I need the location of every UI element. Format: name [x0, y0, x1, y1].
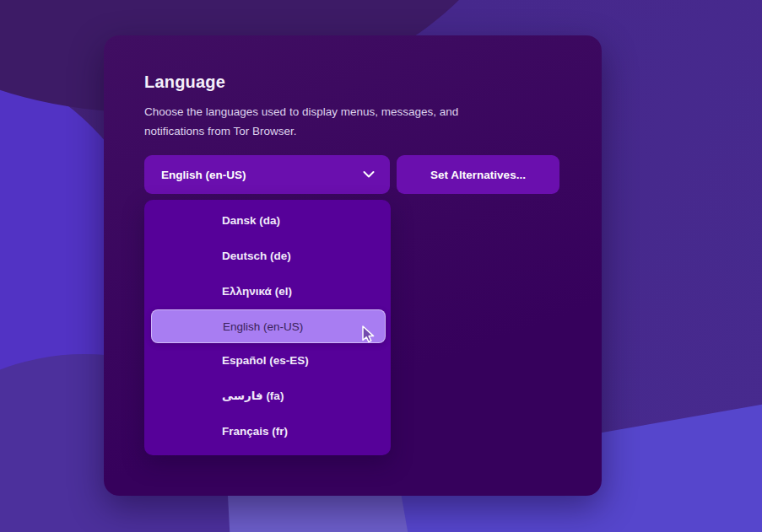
language-option[interactable]: Español (es-ES) [144, 343, 391, 379]
language-dropdown-value: English (en-US) [144, 169, 246, 181]
chevron-down-icon [363, 171, 375, 179]
section-description-line-2: notifications from Tor Browser. [144, 125, 297, 137]
language-option[interactable]: Dansk (da) [144, 203, 391, 239]
language-option[interactable]: فارسی (fa) [144, 379, 391, 414]
arrow-cursor-icon [358, 324, 380, 346]
section-title: Language [144, 73, 225, 92]
desktop-background: Language Choose the languages used to di… [0, 0, 762, 532]
language-option[interactable]: Ελληνικά (el) [144, 274, 391, 309]
language-option[interactable]: Deutsch (de) [144, 239, 391, 274]
language-settings-panel: Language Choose the languages used to di… [104, 35, 602, 496]
section-description-line-1: Choose the languages used to display men… [144, 105, 458, 118]
language-dropdown[interactable]: English (en-US) [144, 155, 390, 194]
language-option-highlighted[interactable]: English (en-US) [151, 309, 386, 343]
language-option[interactable]: Français (fr) [144, 414, 391, 449]
section-description: Choose the languages used to display men… [144, 102, 549, 141]
set-alternatives-button[interactable]: Set Alternatives... [397, 155, 559, 194]
language-options-list: Dansk (da) Deutsch (de) Ελληνικά (el) En… [144, 200, 391, 455]
